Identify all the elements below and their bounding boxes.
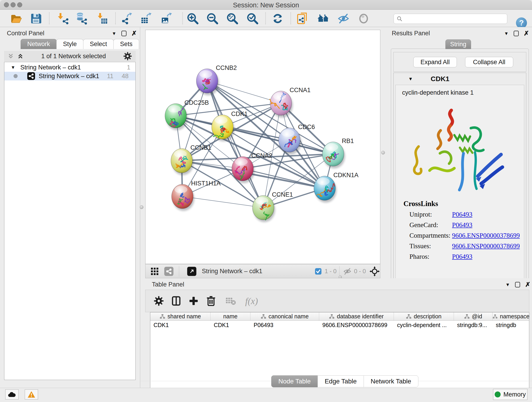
tab-select[interactable]: Select (83, 39, 114, 49)
network-node-ccnb2[interactable]: CCNB2 (196, 64, 237, 95)
collapse-triangle-icon[interactable]: ▼ (11, 65, 15, 70)
warnings-button[interactable] (25, 389, 38, 400)
right-splitter-handle[interactable] (381, 151, 385, 154)
zoom-fit-button[interactable] (226, 12, 239, 25)
tab-sets[interactable]: Sets (114, 39, 139, 49)
crosslink-link[interactable]: P06493 (452, 253, 472, 260)
cell-name[interactable]: CDK1 (210, 321, 250, 329)
table-row[interactable]: CDK1 CDK1 P06493 9606.ENSP00000378699 cy… (150, 321, 529, 329)
cell-canonical-name[interactable]: P06493 (250, 321, 319, 329)
hidden-eye-icon[interactable] (343, 267, 352, 276)
search-field[interactable] (394, 14, 507, 24)
cell-namespace[interactable]: stringdb (493, 321, 530, 329)
network-node-cdkn1a[interactable]: CDKN1A (314, 172, 359, 203)
tab-style[interactable]: Style (56, 39, 83, 49)
float-panel-icon[interactable] (121, 31, 127, 36)
show-all-button[interactable] (357, 12, 370, 25)
close-panel-icon[interactable]: ✗ (524, 30, 529, 37)
memory-button[interactable]: Memory (493, 389, 527, 400)
expand-all-chevron-icon[interactable] (7, 53, 14, 60)
table-settings-button[interactable] (152, 294, 166, 308)
float-menu-icon[interactable]: ▼ (505, 282, 510, 287)
export-image-button[interactable] (160, 12, 173, 25)
network-view-canvas[interactable]: CCNB2CCNA1CDC25BCDK1CDC6RB1CCNB1CCNA2CDK… (145, 30, 380, 264)
node-label: CCNA1 (290, 87, 311, 94)
search-input[interactable] (403, 16, 507, 22)
tab-network-table[interactable]: Network Table (364, 375, 418, 387)
function-builder-button[interactable]: f(x) (241, 294, 262, 308)
column-header-namespace[interactable]: namespace (493, 313, 530, 320)
crosslink-link[interactable]: P06493 (452, 211, 472, 218)
close-panel-icon[interactable]: ✗ (132, 30, 137, 37)
first-neighbors-button[interactable] (317, 12, 330, 25)
refresh-icon (271, 12, 284, 25)
cell-id[interactable]: stringdb:9... (454, 321, 493, 329)
column-header-id[interactable]: @id (454, 313, 493, 320)
expand-all-button[interactable]: Expand All (413, 57, 457, 67)
float-menu-icon[interactable]: ▼ (504, 31, 509, 36)
collapse-triangle-icon[interactable]: ▼ (408, 76, 413, 82)
hide-selection-button[interactable] (337, 12, 350, 25)
new-network-from-selection-button[interactable] (296, 12, 309, 25)
selected-checkbox-icon[interactable] (315, 268, 322, 275)
create-column-button[interactable] (187, 294, 201, 308)
zoom-out-button[interactable] (206, 12, 219, 25)
column-header-database-identifier[interactable]: database identifier (319, 313, 394, 320)
open-session-button[interactable] (9, 12, 22, 25)
apply-layout-button[interactable] (271, 12, 284, 25)
pan-crosshair-icon[interactable] (370, 266, 380, 276)
tab-node-table[interactable]: Node Table (271, 375, 318, 387)
crosslink-link[interactable]: 9606.ENSP00000378699 (452, 232, 520, 239)
help-button[interactable]: ? (516, 17, 527, 28)
left-splitter-handle[interactable] (140, 205, 143, 209)
column-header-description[interactable]: description (394, 313, 454, 320)
network-node-cdc6[interactable]: CDC6 (279, 123, 315, 154)
zoom-fit-icon (226, 12, 239, 25)
network-node-rb1[interactable]: RB1 (322, 138, 354, 168)
zoom-selected-button[interactable] (246, 12, 259, 25)
tab-edge-table[interactable]: Edge Table (317, 375, 364, 387)
cloud-status-button[interactable] (5, 389, 19, 400)
network-node-cdc25b[interactable]: CDC25B (165, 99, 209, 130)
tab-network[interactable]: Network (21, 39, 57, 49)
save-session-button[interactable] (29, 12, 43, 25)
network-row[interactable]: String Network – cdk1 11 48 (4, 72, 135, 80)
protein-card-header[interactable]: ▼ CDK1 (394, 73, 526, 85)
network-node-ccna1[interactable]: CCNA1 (270, 87, 311, 118)
column-header-name[interactable]: name (210, 313, 250, 320)
shared-column-icon (160, 314, 165, 319)
show-columns-button[interactable] (169, 294, 183, 308)
crosslink-link[interactable]: 9606.ENSP00000378699 (452, 242, 520, 250)
float-menu-icon[interactable]: ▼ (112, 31, 116, 36)
delete-column-button[interactable] (204, 294, 218, 308)
close-panel-icon[interactable]: ✗ (525, 281, 530, 288)
cell-description[interactable]: cyclin-dependent ... (394, 321, 454, 329)
import-network-from-database-button[interactable] (75, 12, 88, 25)
cell-database-identifier[interactable]: 9606.ENSP00000378699 (319, 321, 394, 329)
crosslink-link[interactable]: P06493 (452, 221, 472, 229)
float-panel-icon[interactable] (514, 31, 519, 36)
zoom-in-button[interactable] (186, 12, 199, 25)
collapse-all-button[interactable]: Collapse All (465, 57, 513, 67)
network-node-hist1h1a[interactable]: HIST1H1A (172, 180, 221, 211)
gear-icon[interactable] (123, 52, 132, 61)
birdseye-grid-icon[interactable] (151, 267, 159, 275)
export-network-button[interactable] (120, 12, 133, 25)
delete-table-button[interactable] (224, 294, 238, 308)
detach-view-icon[interactable] (187, 267, 196, 276)
import-table-from-file-button[interactable] (95, 12, 109, 25)
tab-string[interactable]: String (445, 39, 471, 49)
network-collection-row[interactable]: ▼ String Network – cdk1 1 (4, 63, 135, 72)
crosslink-row: Tissues: 9606.ENSP00000378699 (409, 242, 519, 251)
import-table-icon (95, 12, 108, 25)
network-overview-icon[interactable] (164, 267, 173, 276)
column-header-shared-name[interactable]: shared name (150, 313, 210, 320)
export-table-button[interactable] (139, 12, 152, 25)
column-header-canonical-name[interactable]: canonical name (250, 313, 319, 320)
collapse-all-chevron-icon[interactable] (17, 53, 24, 60)
float-panel-icon[interactable] (515, 282, 520, 287)
cell-shared-name[interactable]: CDK1 (150, 321, 210, 329)
separator (339, 266, 340, 277)
import-network-from-file-button[interactable] (56, 12, 70, 25)
network-graph[interactable]: CCNB2CCNA1CDC25BCDK1CDC6RB1CCNB1CCNA2CDK… (146, 30, 380, 264)
